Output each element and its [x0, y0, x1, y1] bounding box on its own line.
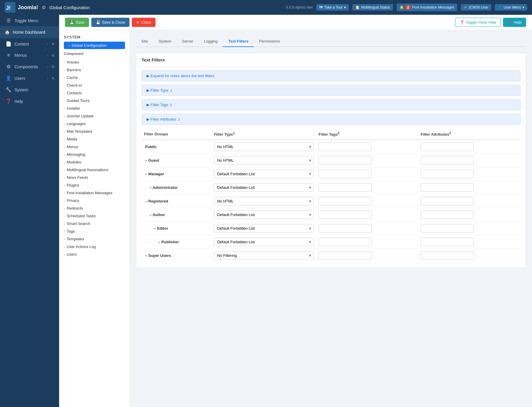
- filter-tags-cell: [316, 222, 419, 235]
- component-item-installer[interactable]: ›Installer: [59, 105, 130, 112]
- filter-tags-input[interactable]: [319, 251, 372, 260]
- tab-system[interactable]: System: [153, 36, 176, 47]
- filter-attributes-input[interactable]: [421, 183, 474, 192]
- filter-attributes-cell: [418, 235, 520, 249]
- component-item-user-actions-log[interactable]: ›User Actions Log: [59, 243, 130, 250]
- component-item-mail-templates[interactable]: ›Mail Templates: [59, 128, 130, 135]
- filter-tags-input[interactable]: [319, 224, 372, 233]
- filter-attributes-input[interactable]: [421, 210, 474, 219]
- filter-type-select[interactable]: No HTMLDefault Forbidden ListNo Filterin…: [214, 238, 307, 246]
- filter-tags-cell: [316, 208, 419, 222]
- filter-type-select[interactable]: No HTMLDefault Forbidden ListNo Filterin…: [214, 197, 307, 205]
- filter-tags-input[interactable]: [319, 210, 372, 219]
- filter-attributes-input[interactable]: [421, 170, 474, 178]
- component-item-multilingual-associations[interactable]: ›Multilingual Associations: [59, 166, 130, 173]
- filter-attributes-input[interactable]: [421, 156, 474, 165]
- filter-attributes-row[interactable]: ▶ Filter Attributes3: [142, 114, 520, 125]
- component-item-banners[interactable]: ›Banners: [59, 66, 130, 74]
- component-item-joomla--update[interactable]: ›Joomla! Update: [59, 112, 130, 120]
- filter-attributes-input[interactable]: [421, 197, 474, 205]
- jcms6-user-button[interactable]: ↗ JCMS6 User: [461, 4, 491, 11]
- notifications-button[interactable]: 🔔 2 Post Installation Messages: [397, 4, 458, 11]
- component-item-privacy[interactable]: ›Privacy: [59, 197, 130, 204]
- tab-server[interactable]: Server: [177, 36, 199, 47]
- chevron-right-icon: ›: [64, 76, 65, 80]
- tab-text-filters[interactable]: Text Filters: [223, 36, 254, 47]
- component-item-templates[interactable]: ›Templates: [59, 235, 130, 243]
- take-a-tour-button[interactable]: 🗺 Take a Tour ▾: [316, 4, 349, 11]
- expand-notes-row[interactable]: ▶ Expand for notes about the text filter…: [142, 70, 520, 81]
- filter-attributes-input[interactable]: [421, 224, 474, 233]
- filter-attributes-input[interactable]: [421, 142, 474, 151]
- component-item-menus[interactable]: ›Menus: [59, 143, 130, 150]
- filter-type-select[interactable]: No HTMLDefault Forbidden ListNo Filterin…: [214, 143, 307, 151]
- filter-type-select[interactable]: No HTMLDefault Forbidden ListNo Filterin…: [214, 170, 307, 178]
- component-item-news-feeds[interactable]: ›News Feeds: [59, 174, 130, 181]
- filter-type-select[interactable]: No HTMLDefault Forbidden ListNo Filterin…: [214, 156, 307, 164]
- tab-logging[interactable]: Logging: [199, 36, 223, 47]
- toggle-inline-help-button[interactable]: ❓ Toggle Inline Help: [455, 18, 501, 27]
- filter-tags-cell: [316, 181, 419, 194]
- save-button[interactable]: 💾 Save: [65, 18, 89, 27]
- filter-attributes-cell: [418, 167, 520, 181]
- sidebar-home-dashboard[interactable]: 🏠 Home Dashboard: [0, 26, 59, 38]
- component-item-contacts[interactable]: ›Contacts: [59, 89, 130, 97]
- filter-tags-input[interactable]: [319, 238, 372, 246]
- sidebar-item-content[interactable]: 📄 Content › ⊞: [0, 38, 59, 50]
- component-item-messaging[interactable]: ›Messaging: [59, 151, 130, 158]
- content-arrow-icon: ›: [47, 42, 48, 46]
- sidebar-toggle-menu[interactable]: ☰ Toggle Menu: [0, 15, 59, 26]
- component-item-articles[interactable]: ›Articles: [59, 59, 130, 66]
- filter-attributes-input[interactable]: [421, 238, 474, 246]
- component-item-users[interactable]: ›Users: [59, 251, 130, 258]
- multilingual-status-button[interactable]: 📋 Multilingual Status: [352, 4, 393, 11]
- close-button[interactable]: ✕ Close: [132, 18, 155, 27]
- component-item-redirects[interactable]: ›Redirects: [59, 205, 130, 212]
- filter-type-cell: No HTMLDefault Forbidden ListNo Filterin…: [212, 222, 316, 235]
- sidebar-item-users[interactable]: 👤 Users › ⊞: [0, 72, 59, 84]
- filter-tags-input[interactable]: [319, 156, 372, 165]
- component-item-guided-tours[interactable]: ›Guided Tours: [59, 97, 130, 104]
- filter-tags-input[interactable]: [319, 170, 372, 178]
- filter-tags-cell: [316, 249, 419, 262]
- filter-tags-input[interactable]: [319, 183, 372, 192]
- component-item-plugins[interactable]: ›Plugins: [59, 181, 130, 189]
- component-item-scheduled-tasks[interactable]: ›Scheduled Tasks: [59, 212, 130, 220]
- filter-type-select[interactable]: No HTMLDefault Forbidden ListNo Filterin…: [214, 211, 307, 219]
- component-item-post-installation-messages[interactable]: ›Post-installation Messages: [59, 189, 130, 197]
- component-item-smart-search[interactable]: ›Smart Search: [59, 220, 130, 227]
- sidebar-item-help[interactable]: ❓ Help: [0, 95, 59, 107]
- tab-site[interactable]: Site: [136, 36, 153, 47]
- filter-tags-input[interactable]: [319, 197, 372, 205]
- row-handle: ⋮ ⋮: [144, 227, 152, 230]
- filter-tags-row[interactable]: ▶ Filter Tags2: [142, 99, 520, 110]
- component-item-tags[interactable]: ›Tags: [59, 228, 130, 235]
- sidebar-item-system[interactable]: 🔧 System: [0, 84, 59, 95]
- global-configuration-link[interactable]: › Global Configuration: [64, 42, 125, 49]
- filter-attributes-cell: [418, 154, 520, 167]
- component-item-cache[interactable]: ›Cache: [59, 74, 130, 81]
- sidebar-item-components[interactable]: ⚙ Components › ⊞: [0, 61, 59, 72]
- help-button[interactable]: ❓ Help: [503, 18, 526, 27]
- tour-chevron-icon: ▾: [344, 5, 346, 9]
- filter-type-cell: No HTMLDefault Forbidden ListNo Filterin…: [212, 208, 316, 222]
- tab-permissions[interactable]: Permissions: [254, 36, 286, 47]
- component-item-media[interactable]: ›Media: [59, 135, 130, 143]
- filter-tags-input[interactable]: [319, 142, 372, 151]
- component-item-check-in[interactable]: ›Check-in: [59, 82, 130, 89]
- th-filter-groups: Filter Groups: [142, 128, 212, 140]
- filter-type-row[interactable]: ▶ Filter Type1: [142, 85, 520, 96]
- sidebar-item-menus[interactable]: ≡ Menus › ⊞: [0, 50, 59, 61]
- filter-type-select[interactable]: No HTMLDefault Forbidden ListNo Filterin…: [214, 184, 307, 192]
- component-item-languages[interactable]: ›Languages: [59, 120, 130, 127]
- save-close-button[interactable]: 💾 Save & Close: [91, 18, 130, 27]
- filter-type-select[interactable]: No HTMLDefault Forbidden ListNo Filterin…: [214, 252, 307, 260]
- svg-text:J!: J!: [6, 5, 11, 11]
- filter-attributes-cell: [418, 208, 520, 222]
- filter-attributes-input[interactable]: [421, 251, 474, 260]
- logo[interactable]: J! Joomla!: [5, 2, 38, 13]
- component-item-modules[interactable]: ›Modules: [59, 158, 130, 166]
- user-menu-button[interactable]: 👤 User Menu ▾: [495, 4, 527, 11]
- right-panel: Site System Server Logging Text Filters …: [130, 30, 532, 407]
- filter-type-select[interactable]: No HTMLDefault Forbidden ListNo Filterin…: [214, 224, 307, 232]
